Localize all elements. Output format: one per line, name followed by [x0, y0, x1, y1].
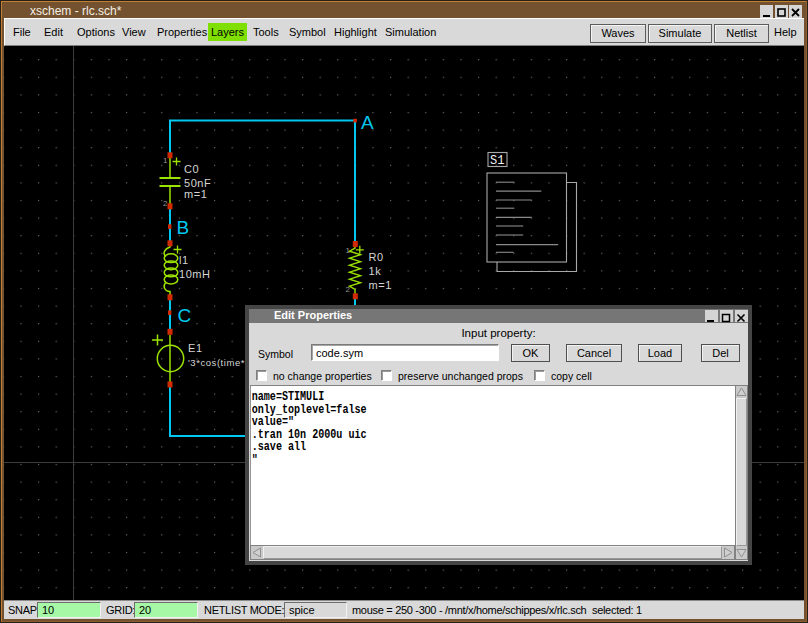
- svg-text:C: C: [178, 305, 192, 326]
- svg-text:R0: R0: [369, 251, 384, 263]
- svg-text:A: A: [361, 112, 374, 133]
- svg-text:50nF: 50nF: [184, 177, 211, 189]
- svg-text:1: 1: [346, 246, 351, 255]
- svg-text:C0: C0: [184, 163, 199, 175]
- svg-text:m=1: m=1: [184, 188, 207, 200]
- svg-text:1k: 1k: [369, 265, 382, 277]
- svg-text:E1: E1: [188, 342, 203, 354]
- svg-text:m=1: m=1: [369, 279, 392, 291]
- svg-text:1: 1: [163, 156, 168, 165]
- svg-text:10mH: 10mH: [179, 268, 211, 280]
- svg-text:'3*cos(time*ti: '3*cos(time*ti: [188, 357, 251, 368]
- svg-text:B: B: [177, 217, 190, 238]
- svg-text:2: 2: [346, 285, 351, 294]
- svg-text:S1: S1: [490, 154, 504, 168]
- svg-text:2: 2: [163, 199, 168, 208]
- svg-text:l1: l1: [179, 254, 189, 266]
